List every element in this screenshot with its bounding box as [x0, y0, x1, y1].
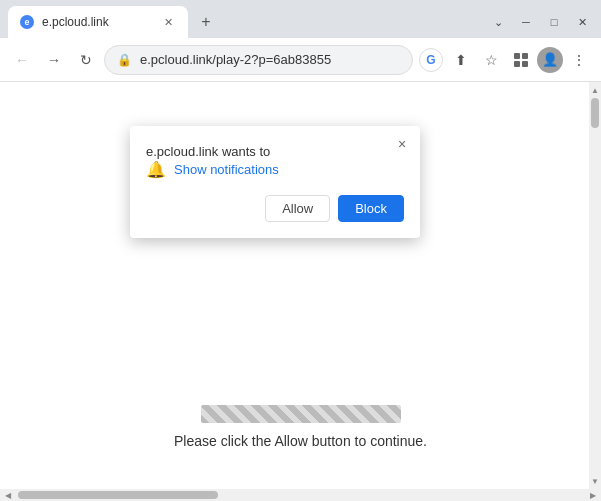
block-button[interactable]: Block: [338, 195, 404, 222]
active-tab[interactable]: e e.pcloud.link ✕: [8, 6, 188, 38]
svg-rect-3: [522, 61, 528, 67]
menu-button[interactable]: ⋮: [565, 46, 593, 74]
minimize-button[interactable]: ─: [513, 12, 539, 32]
permission-text: Show notifications: [174, 162, 279, 177]
bookmark-button[interactable]: ☆: [477, 46, 505, 74]
address-bar[interactable]: 🔒 e.pcloud.link/play-2?p=6ab83855: [104, 45, 413, 75]
forward-button[interactable]: →: [40, 46, 68, 74]
svg-rect-1: [522, 53, 528, 59]
tab-title: e.pcloud.link: [42, 15, 152, 29]
allow-button[interactable]: Allow: [265, 195, 330, 222]
maximize-button[interactable]: □: [541, 12, 567, 32]
popup-actions: Allow Block: [146, 195, 404, 222]
popup-permission-row: 🔔 Show notifications: [146, 160, 404, 179]
h-scrollbar-track: [18, 491, 583, 499]
close-window-button[interactable]: ✕: [569, 12, 595, 32]
svg-rect-0: [514, 53, 520, 59]
address-text: e.pcloud.link/play-2?p=6ab83855: [140, 52, 400, 67]
profile-button[interactable]: 👤: [537, 47, 563, 73]
share-button[interactable]: ⬆: [447, 46, 475, 74]
scroll-up-button[interactable]: ▲: [589, 82, 601, 98]
back-button[interactable]: ←: [8, 46, 36, 74]
nav-icon-group: G ⬆ ☆ 👤 ⋮: [417, 46, 593, 74]
tab-favicon: e: [20, 15, 34, 29]
horizontal-scrollbar[interactable]: ◀ ▶: [0, 489, 601, 501]
notification-popup: e.pcloud.link wants to × 🔔 Show notifica…: [130, 126, 420, 238]
progress-bar: [201, 405, 401, 423]
svg-rect-2: [514, 61, 520, 67]
google-logo: G: [419, 48, 443, 72]
scrollbar-track: [591, 98, 599, 473]
chevron-down-button[interactable]: ⌄: [485, 12, 511, 32]
vertical-scrollbar[interactable]: ▲ ▼: [589, 82, 601, 489]
page-instruction: Please click the Allow button to continu…: [174, 433, 427, 449]
google-search-button[interactable]: G: [417, 46, 445, 74]
scroll-right-button[interactable]: ▶: [585, 489, 601, 501]
refresh-button[interactable]: ↻: [72, 46, 100, 74]
navigation-bar: ← → ↻ 🔒 e.pcloud.link/play-2?p=6ab83855 …: [0, 38, 601, 82]
h-scrollbar-thumb[interactable]: [18, 491, 218, 499]
popup-title: e.pcloud.link wants to: [146, 144, 290, 159]
tab-close-button[interactable]: ✕: [160, 14, 176, 30]
bell-icon: 🔔: [146, 160, 166, 179]
scroll-down-button[interactable]: ▼: [589, 473, 601, 489]
browser-window: e e.pcloud.link ✕ + ⌄ ─ □ ✕ ← → ↻ 🔒 e.pc…: [0, 0, 601, 501]
lock-icon: 🔒: [117, 53, 132, 67]
popup-close-button[interactable]: ×: [392, 134, 412, 154]
scroll-left-button[interactable]: ◀: [0, 489, 16, 501]
extensions-button[interactable]: [507, 46, 535, 74]
scrollbar-thumb[interactable]: [591, 98, 599, 128]
tab-bar: e e.pcloud.link ✕ + ⌄ ─ □ ✕: [0, 0, 601, 38]
new-tab-button[interactable]: +: [192, 8, 220, 36]
window-controls: ⌄ ─ □ ✕: [485, 12, 601, 38]
content-area: e.pcloud.link wants to × 🔔 Show notifica…: [0, 82, 601, 489]
